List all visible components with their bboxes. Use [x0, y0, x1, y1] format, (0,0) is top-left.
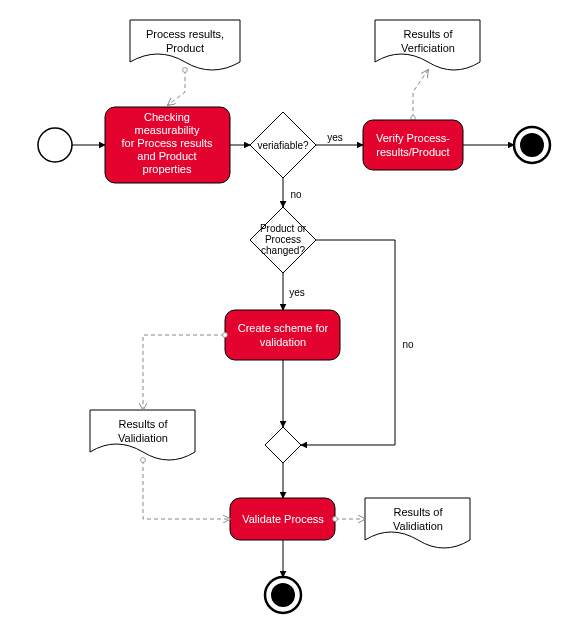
- task-validate: Validate Process: [230, 498, 335, 540]
- task-validate-l1: Validate Process: [242, 513, 324, 525]
- label-yes1: yes: [327, 132, 343, 143]
- doc-validation-right: Results of Validiation: [365, 498, 470, 548]
- task-check-l1: Checking: [144, 111, 190, 123]
- gateway-merge: [265, 427, 301, 463]
- svg-point-2: [520, 133, 544, 157]
- assoc-verify-to-doc: [413, 70, 428, 118]
- task-scheme-l2: validation: [260, 336, 306, 348]
- doc-validation-left: Results of Validiation: [90, 410, 195, 460]
- gateway-changed-l1: Product or: [260, 223, 307, 234]
- label-no1: no: [290, 189, 302, 200]
- doc-verif-line2: Verficiation: [401, 42, 455, 54]
- svg-point-4: [271, 583, 295, 607]
- gateway-verifiable: veriafiable?: [250, 112, 316, 178]
- doc-input: Process results, Product: [130, 20, 240, 70]
- doc-valid2-line1: Results of: [394, 506, 444, 518]
- doc-valid2-line2: Validiation: [393, 520, 443, 532]
- doc-input-line2: Product: [166, 42, 204, 54]
- task-check-l4: and Product: [137, 150, 196, 162]
- label-no2: no: [402, 339, 414, 350]
- assoc-input-to-check: [168, 70, 185, 105]
- task-verify: Verify Process- results/Product: [363, 120, 463, 170]
- task-verify-l2: results/Product: [376, 146, 449, 158]
- svg-marker-11: [265, 427, 301, 463]
- doc-verification: Results of Verficiation: [375, 20, 480, 70]
- doc-verif-line1: Results of: [404, 28, 454, 40]
- end-event-top: [514, 127, 550, 163]
- assoc-validdoc-to-validate: [143, 460, 230, 519]
- task-scheme: Create scheme for validation: [225, 310, 340, 360]
- task-check: Checking measurability for Process resul…: [105, 107, 230, 183]
- task-check-l5: properties: [143, 163, 192, 175]
- assoc-scheme-to-validdoc: [143, 335, 225, 410]
- gateway-changed-l2: Process: [265, 234, 301, 245]
- task-verify-l1: Verify Process-: [376, 132, 450, 144]
- task-check-l3: for Process results: [121, 137, 213, 149]
- doc-valid1-line1: Results of: [119, 418, 169, 430]
- start-event: [38, 128, 72, 162]
- label-yes2: yes: [289, 287, 305, 298]
- end-event-bottom: [265, 577, 301, 613]
- gateway-changed: Product or Process changed?: [250, 207, 316, 273]
- doc-input-line1: Process results,: [146, 28, 224, 40]
- task-scheme-l1: Create scheme for: [238, 322, 329, 334]
- task-check-l2: measurability: [135, 124, 200, 136]
- gateway-changed-l3: changed?: [261, 245, 305, 256]
- doc-valid1-line2: Validiation: [118, 432, 168, 444]
- gateway-verifiable-label: veriafiable?: [257, 140, 309, 151]
